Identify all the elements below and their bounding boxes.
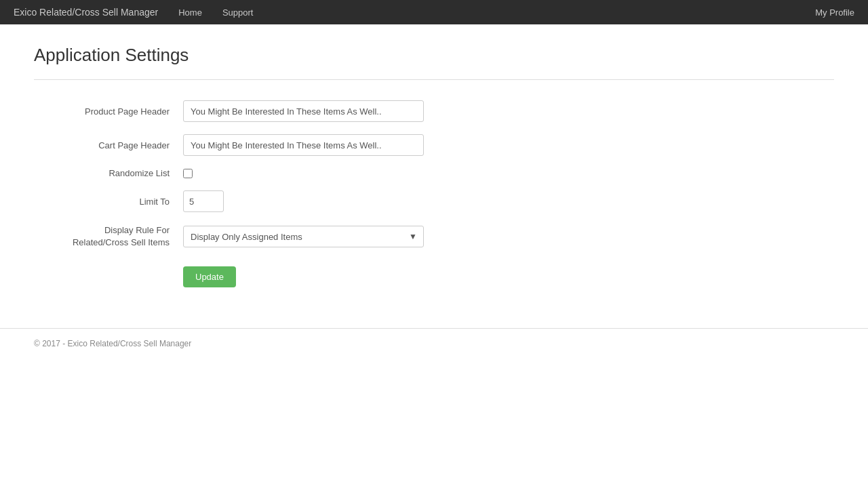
randomize-list-checkbox[interactable] xyxy=(183,169,193,178)
product-page-header-row: Product Page Header xyxy=(34,100,644,122)
product-page-header-label: Product Page Header xyxy=(34,106,183,117)
footer: © 2017 - Exico Related/Cross Sell Manage… xyxy=(0,329,868,359)
main-content: Application Settings Product Page Header… xyxy=(0,24,868,308)
limit-to-label: Limit To xyxy=(34,197,183,207)
display-rule-label: Display Rule For Related/Cross Sell Item… xyxy=(34,224,183,249)
randomize-list-row: Randomize List xyxy=(34,168,644,178)
title-divider xyxy=(34,79,834,80)
home-link[interactable]: Home xyxy=(178,7,202,18)
display-rule-select-wrapper: Display Only Assigned Items Display All … xyxy=(183,226,424,247)
navbar: Exico Related/Cross Sell Manager Home Su… xyxy=(0,0,868,24)
update-button[interactable]: Update xyxy=(183,266,236,287)
update-button-row: Update xyxy=(34,261,644,287)
cart-page-header-label: Cart Page Header xyxy=(34,140,183,150)
footer-text: © 2017 - Exico Related/Cross Sell Manage… xyxy=(34,339,191,348)
limit-to-row: Limit To xyxy=(34,190,644,212)
cart-page-header-input[interactable] xyxy=(183,134,424,156)
cart-page-header-row: Cart Page Header xyxy=(34,134,644,156)
page-title: Application Settings xyxy=(34,45,834,66)
limit-to-input[interactable] xyxy=(183,190,224,212)
product-page-header-input[interactable] xyxy=(183,100,424,122)
display-rule-select[interactable]: Display Only Assigned Items Display All … xyxy=(183,226,424,247)
my-profile-link[interactable]: My Profile xyxy=(815,7,854,18)
settings-form: Product Page Header Cart Page Header Ran… xyxy=(34,100,644,287)
support-link[interactable]: Support xyxy=(222,7,254,18)
display-rule-row: Display Rule For Related/Cross Sell Item… xyxy=(34,224,644,249)
navbar-left: Exico Related/Cross Sell Manager Home Su… xyxy=(14,7,253,18)
randomize-list-label: Randomize List xyxy=(34,168,183,178)
navbar-brand[interactable]: Exico Related/Cross Sell Manager xyxy=(14,7,158,18)
